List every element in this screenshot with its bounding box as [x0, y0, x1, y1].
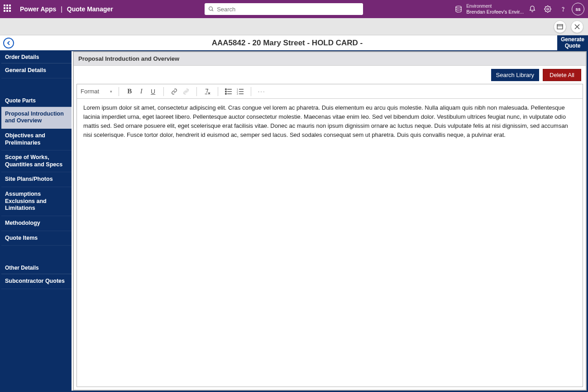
settings-icon[interactable]	[544, 5, 552, 13]
search-icon	[208, 6, 214, 12]
generate-quote-button[interactable]: Generate Quote	[557, 35, 588, 50]
window-button[interactable]	[554, 20, 566, 33]
clear-format-icon	[204, 88, 211, 95]
user-avatar[interactable]: ss	[572, 3, 584, 15]
editor-toolbar: Format ▾ B I U	[77, 84, 583, 99]
svg-point-2	[456, 6, 461, 8]
bullet-list-icon	[225, 88, 232, 95]
underline-button[interactable]: U	[149, 87, 157, 96]
svg-point-0	[209, 7, 213, 10]
format-label: Format	[81, 88, 99, 95]
page-title: AAA5842 - 20 Mary Street - HOLD CARD -	[17, 35, 557, 50]
sidebar-item-site-plans[interactable]: Site Plans/Photos	[1, 172, 72, 187]
back-button[interactable]	[0, 35, 17, 50]
environment-label: Environment	[466, 4, 492, 9]
number-list-button[interactable]: 123	[236, 87, 244, 96]
svg-point-3	[547, 8, 549, 10]
svg-point-16	[225, 93, 227, 94]
help-icon[interactable]	[559, 5, 567, 13]
clear-format-button[interactable]	[203, 87, 211, 96]
brand-title: Power Apps | Quote Manager	[20, 5, 113, 13]
svg-line-1	[212, 10, 213, 11]
svg-text:3: 3	[237, 92, 238, 95]
sidebar-item-assumptions[interactable]: Assumptions Exclusions and Limitations	[1, 187, 72, 216]
rich-text-editor: Format ▾ B I U	[76, 84, 583, 387]
app-launcher-icon[interactable]	[4, 5, 13, 14]
search-box[interactable]	[205, 3, 363, 15]
environment-icon	[454, 5, 463, 13]
brand-product: Power Apps	[20, 5, 56, 13]
workspace: Order Details General Details Quote Part…	[0, 51, 588, 392]
svg-point-12	[225, 88, 227, 90]
top-bar: Power Apps | Quote Manager Environment B…	[0, 0, 588, 18]
content-action-row: Search Library Delete All	[74, 66, 586, 84]
search-library-button[interactable]: Search Library	[491, 69, 540, 81]
sidebar: Order Details General Details Quote Part…	[1, 51, 72, 391]
content-area: Proposal Introduction and Overview Searc…	[73, 51, 587, 391]
number-list-icon: 123	[237, 88, 244, 95]
more-options-button[interactable]: ···	[258, 87, 266, 96]
sidebar-item-subcontractor-quotes[interactable]: Subcontractor Quotes	[1, 274, 72, 289]
content-section-header: Proposal Introduction and Overview	[74, 52, 586, 66]
bullet-list-button[interactable]	[225, 87, 233, 96]
italic-button[interactable]: I	[137, 87, 145, 96]
close-button[interactable]	[571, 20, 583, 33]
brand-separator: |	[61, 5, 62, 13]
sidebar-item-proposal-intro[interactable]: Proposal Introduction and Overview	[1, 107, 72, 129]
sidebar-header-other-details: Other Details	[1, 262, 72, 274]
sidebar-item-methodology[interactable]: Methodology	[1, 216, 72, 231]
close-icon	[574, 24, 580, 29]
editor-content[interactable]: Lorem ipsum dolor sit amet, consectetur …	[77, 99, 583, 387]
delete-all-button[interactable]: Delete All	[543, 69, 581, 81]
window-icon	[557, 24, 563, 29]
format-dropdown[interactable]: Format ▾	[81, 87, 117, 96]
sidebar-item-scope[interactable]: Scope of Works, Quantities and Specs	[1, 150, 72, 172]
bold-button[interactable]: B	[125, 87, 134, 96]
sidebar-header-quote-parts: Quote Parts	[1, 95, 72, 107]
avatar-initials: ss	[575, 7, 580, 12]
chevron-left-icon	[6, 41, 11, 45]
svg-point-4	[563, 10, 563, 11]
environment-value: Brendan Erofeev's Envir...	[466, 9, 524, 15]
brand-app: Quote Manager	[67, 5, 113, 13]
sidebar-header-order-details: Order Details	[1, 51, 72, 63]
sidebar-item-general-details[interactable]: General Details	[1, 63, 72, 78]
environment-picker[interactable]: Environment Brendan Erofeev's Envir...	[454, 3, 524, 15]
notifications-icon[interactable]	[528, 5, 536, 13]
title-bar: AAA5842 - 20 Mary Street - HOLD CARD - G…	[0, 35, 588, 51]
chevron-down-icon: ▾	[110, 89, 112, 94]
svg-rect-5	[557, 24, 563, 29]
unlink-icon	[182, 88, 190, 95]
link-icon	[171, 88, 178, 95]
sidebar-item-quote-items[interactable]: Quote Items	[1, 231, 72, 246]
svg-point-14	[225, 91, 227, 92]
command-ribbon	[0, 18, 588, 35]
sidebar-item-objectives[interactable]: Objectives and Preliminaries	[1, 129, 72, 150]
unlink-button[interactable]	[182, 87, 190, 96]
link-button[interactable]	[170, 87, 178, 96]
search-input[interactable]	[217, 6, 359, 13]
